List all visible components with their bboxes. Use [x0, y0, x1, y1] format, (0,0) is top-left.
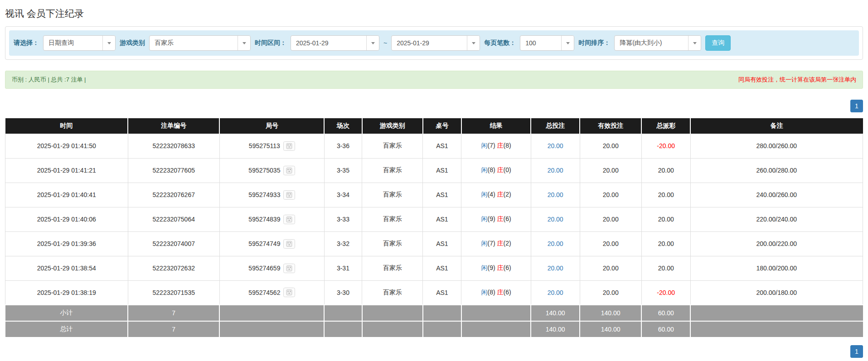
round-number: 595274933 [248, 191, 280, 198]
total-bet-link[interactable]: 20.00 [548, 216, 563, 223]
cell-round-number: 595274839 [219, 207, 324, 231]
total-bet-link[interactable]: 20.00 [548, 167, 563, 174]
game-replay-icon[interactable] [283, 288, 295, 297]
cell-table-number: AS1 [423, 158, 461, 183]
cell-game-type: 百家乐 [362, 158, 423, 183]
cell-table-number: AS1 [423, 256, 461, 280]
footer-empty-cell [423, 305, 461, 321]
column-header: 结果 [461, 118, 531, 134]
cell-session: 3-30 [324, 280, 362, 305]
footer-label-cell: 小计 [5, 305, 128, 321]
cell-session: 3-33 [324, 207, 362, 231]
result-banker: 庄 [497, 240, 504, 247]
cell-table-number: AS1 [423, 280, 461, 305]
page-size-select[interactable]: 100 [520, 35, 574, 51]
footer-empty-cell [461, 305, 531, 321]
cell-bet-number: 522232077605 [128, 158, 219, 183]
date-from-value: 2025-01-29 [291, 36, 366, 50]
footer-empty-cell [461, 321, 531, 337]
table-footer-row: 总计 7 140.00 140.00 60.00 [5, 321, 863, 337]
cell-time: 2025-01-29 01:38:54 [5, 256, 128, 280]
cell-total-bet: 20.00 [531, 207, 580, 231]
cell-time: 2025-01-29 01:40:41 [5, 183, 128, 207]
query-type-value: 日期查询 [44, 36, 102, 50]
table-row: 2025-01-29 01:38:19 522232071535 5952745… [5, 280, 863, 305]
game-replay-icon[interactable] [283, 166, 295, 175]
result-player: 闲 [481, 142, 488, 149]
cell-session: 3-31 [324, 256, 362, 280]
pagination-top: 1 [5, 100, 863, 112]
cell-session: 3-32 [324, 231, 362, 256]
game-replay-icon[interactable] [283, 190, 295, 200]
total-bet-link[interactable]: 20.00 [548, 240, 563, 247]
chevron-down-icon [561, 36, 574, 50]
cell-remark: 200.00/220.00 [690, 231, 863, 256]
time-range-label: 时间区间： [255, 39, 286, 47]
cell-remark: 220.00/240.00 [690, 207, 863, 231]
result-player: 闲 [481, 240, 488, 247]
footer-valid-bet-cell: 140.00 [580, 321, 641, 337]
date-from-select[interactable]: 2025-01-29 [291, 35, 379, 51]
choose-label: 请选择： [14, 39, 39, 47]
total-bet-link[interactable]: 20.00 [548, 265, 563, 272]
filter-panel: 请选择： 日期查询 游戏类别 百家乐 时间区间： 2025-01-29 ~ 20… [5, 26, 863, 60]
result-player: 闲 [481, 289, 488, 296]
footer-empty-cell [219, 321, 324, 337]
cell-round-number: 595274933 [219, 183, 324, 207]
total-bet-link[interactable]: 20.00 [548, 289, 563, 296]
total-bet-link[interactable]: 20.00 [548, 191, 563, 198]
cell-session: 3-34 [324, 183, 362, 207]
cell-bet-number: 522232075064 [128, 207, 219, 231]
cell-valid-bet: 20.00 [580, 207, 641, 231]
page-1-button[interactable]: 1 [850, 345, 863, 358]
pagination-bottom: 1 [5, 345, 863, 361]
page-size-label: 每页笔数： [484, 39, 516, 47]
footer-empty-cell [219, 305, 324, 321]
cell-result: 闲(7) 庄(2) [461, 231, 531, 256]
footer-empty-cell [362, 321, 423, 337]
query-type-select[interactable]: 日期查询 [43, 35, 116, 51]
result-player: 闲 [481, 166, 488, 173]
table-row: 2025-01-29 01:40:41 522232076267 5952749… [5, 183, 863, 207]
result-banker: 庄 [497, 191, 504, 198]
cell-total-bet: 20.00 [531, 183, 580, 207]
cell-round-number: 595275113 [219, 134, 324, 158]
cell-result: 闲(8) 庄(0) [461, 158, 531, 183]
game-replay-icon[interactable] [283, 264, 295, 273]
cell-table-number: AS1 [423, 134, 461, 158]
date-to-value: 2025-01-29 [392, 36, 467, 50]
result-player: 闲 [481, 191, 488, 198]
game-replay-icon[interactable] [283, 239, 295, 249]
column-header: 场次 [324, 118, 362, 134]
date-to-select[interactable]: 2025-01-29 [391, 35, 480, 51]
table-header-row: 时间注单编号局号场次游戏类别桌号结果总投注有效投注总派彩备注 [5, 118, 863, 134]
game-type-select[interactable]: 百家乐 [149, 35, 251, 51]
cell-game-type: 百家乐 [362, 134, 423, 158]
footer-empty-cell [324, 321, 362, 337]
cell-remark: 200.00/180.00 [690, 280, 863, 305]
cell-valid-bet: 20.00 [580, 256, 641, 280]
round-number: 595274749 [248, 240, 280, 247]
column-header: 注单编号 [128, 118, 219, 134]
cell-table-number: AS1 [423, 183, 461, 207]
result-player: 闲 [481, 215, 488, 222]
footer-valid-bet-cell: 140.00 [580, 305, 641, 321]
sort-select[interactable]: 降冪(由大到小) [614, 35, 701, 51]
total-bet-link[interactable]: 20.00 [548, 142, 563, 149]
column-header: 备注 [690, 118, 863, 134]
cell-round-number: 595275035 [219, 158, 324, 183]
footer-empty-cell [324, 305, 362, 321]
cell-game-type: 百家乐 [362, 231, 423, 256]
game-replay-icon[interactable] [283, 215, 295, 224]
table-row: 2025-01-29 01:41:21 522232077605 5952750… [5, 158, 863, 183]
cell-time: 2025-01-29 01:41:21 [5, 158, 128, 183]
cell-result: 闲(4) 庄(2) [461, 183, 531, 207]
chevron-down-icon [688, 36, 701, 50]
cell-payout: 20.00 [641, 207, 690, 231]
cell-time: 2025-01-29 01:40:06 [5, 207, 128, 231]
page-1-button[interactable]: 1 [850, 100, 863, 112]
cell-table-number: AS1 [423, 207, 461, 231]
cell-valid-bet: 20.00 [580, 183, 641, 207]
game-replay-icon[interactable] [283, 141, 295, 151]
search-button[interactable]: 查询 [705, 35, 731, 51]
